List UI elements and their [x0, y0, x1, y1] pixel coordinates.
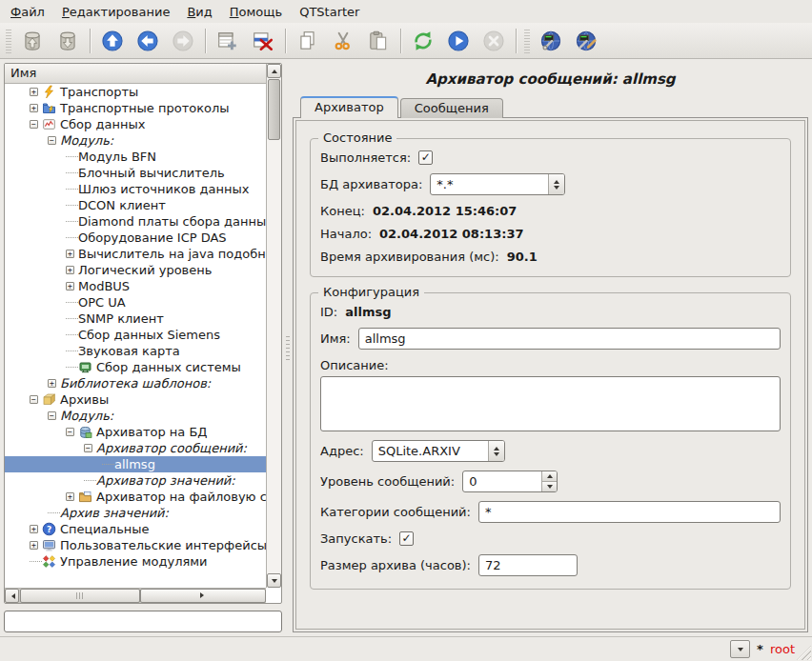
collapse-icon[interactable]: − — [30, 395, 38, 404]
tab-messages[interactable]: Сообщения — [400, 98, 503, 118]
tree-item[interactable]: +Логический уровень — [5, 262, 266, 278]
horizontal-scrollbar-thumb[interactable] — [20, 589, 140, 603]
spin-up-icon[interactable] — [542, 471, 557, 482]
description-textarea[interactable] — [320, 376, 781, 431]
back-button[interactable] — [131, 25, 165, 57]
tree-item[interactable]: Архиватор значений: — [5, 472, 266, 489]
tree-item[interactable]: Сбор данных системы — [5, 359, 266, 375]
tree-item[interactable]: +Вычислитель на java подобном — [5, 246, 266, 262]
menu-edit[interactable]: Редактирование — [55, 3, 176, 21]
tree-item[interactable]: −Сбор данных — [5, 116, 266, 132]
toolbar-drag-handle[interactable] — [6, 29, 11, 53]
tree-item[interactable]: −Архивы — [5, 391, 266, 408]
paste-item-button[interactable] — [361, 25, 396, 57]
spin-down-icon[interactable] — [542, 482, 557, 491]
expand-icon[interactable]: + — [30, 88, 38, 96]
status-user-dropdown[interactable] — [730, 640, 750, 658]
qtcfg-edit-button[interactable] — [569, 25, 603, 57]
collapse-icon[interactable]: − — [66, 428, 74, 436]
menu-help[interactable]: Помощь — [223, 3, 289, 21]
menu-file[interactable]: Файл — [4, 3, 51, 21]
tree-item[interactable]: DCON клиент — [5, 197, 266, 213]
tree-item[interactable]: −Архиватор сообщений: — [5, 440, 266, 456]
save-to-db-button[interactable] — [51, 25, 85, 57]
resize-grip[interactable] — [797, 646, 811, 660]
tree-item-label: Шлюз источников данных — [78, 182, 253, 196]
cut-item-button[interactable] — [326, 25, 360, 57]
refresh-button[interactable] — [406, 25, 440, 57]
tree-filter-input[interactable] — [4, 611, 282, 632]
tree-item[interactable]: +Пользовательские интерфейсы — [5, 537, 266, 553]
scroll-left-icon[interactable] — [5, 589, 19, 603]
menu-view[interactable]: Вид — [180, 3, 218, 21]
tree-item[interactable]: +?Специальные — [5, 521, 266, 537]
tree-connector — [66, 156, 78, 157]
tree-item[interactable]: allmsg — [5, 456, 266, 472]
tree-item[interactable]: Шлюз источников данных — [5, 181, 266, 197]
menu-qtstarter[interactable]: QTStarter — [293, 3, 366, 21]
tree-item[interactable]: +Библиотека шаблонов: — [5, 375, 266, 391]
tree-item[interactable]: +Транспорты — [5, 84, 266, 100]
tree-vertical-scrollbar[interactable] — [266, 64, 281, 588]
expand-icon[interactable]: + — [66, 250, 74, 258]
tree-item[interactable]: +Транспортные протоколы — [5, 100, 266, 116]
tree-item[interactable]: −Модуль: — [5, 408, 266, 424]
refresh-icon — [412, 30, 435, 52]
expand-icon[interactable]: + — [66, 266, 74, 274]
tree-item[interactable]: Сбор данных Siemens — [5, 327, 266, 343]
combobox-arrows-icon[interactable] — [488, 441, 504, 461]
expand-icon[interactable]: + — [30, 525, 38, 533]
tree-item[interactable]: Архив значений: — [5, 505, 266, 521]
scroll-down-icon[interactable] — [267, 573, 281, 588]
collapse-icon[interactable]: − — [48, 411, 56, 420]
address-combobox[interactable]: SQLite.ARXIV — [372, 440, 505, 462]
start-checkbox[interactable]: ✓ — [399, 531, 414, 546]
delete-item-button[interactable] — [246, 25, 280, 57]
running-checkbox[interactable]: ✓ — [418, 150, 433, 165]
toolbar-drag-handle[interactable] — [524, 29, 530, 53]
collapse-icon[interactable]: − — [84, 444, 92, 452]
stop-button[interactable] — [477, 25, 511, 57]
collapse-icon[interactable]: − — [30, 120, 38, 129]
tree-item[interactable]: OPC UA — [5, 294, 266, 310]
message-level-spinbox[interactable]: 0 — [462, 471, 558, 492]
tree-item[interactable]: −Модуль: — [5, 132, 266, 149]
categories-input[interactable] — [478, 501, 781, 523]
expand-icon[interactable]: + — [48, 379, 56, 388]
archive-size-input[interactable] — [478, 554, 578, 576]
qtcfg-config-button[interactable] — [534, 25, 568, 57]
tree-item[interactable]: Управление модулями — [5, 553, 266, 570]
scroll-up-icon[interactable] — [267, 64, 281, 78]
forward-button[interactable] — [166, 25, 200, 57]
expand-icon[interactable]: + — [30, 104, 38, 112]
up-button[interactable] — [95, 25, 130, 57]
tree-item[interactable]: +Архиватор на файловую си — [5, 489, 266, 505]
tab-archiver[interactable]: Архиватор — [300, 96, 398, 118]
tree-item[interactable]: SNMP клиент — [5, 310, 266, 327]
archiver-db-combobox[interactable]: *.* — [430, 173, 565, 195]
page-title: Архиватор сообщений: allmsg — [293, 70, 808, 88]
add-item-button[interactable] — [211, 25, 245, 57]
tree-item[interactable]: Блочный вычислитель — [5, 165, 266, 181]
tree-connector — [66, 302, 78, 303]
scroll-right-icon[interactable] — [140, 589, 266, 603]
combobox-arrows-icon[interactable] — [548, 174, 564, 194]
tree-item[interactable]: Звуковая карта — [5, 343, 266, 359]
tree-item[interactable]: Оборудование ICP DAS — [5, 230, 266, 246]
tree-item[interactable]: +ModBUS — [5, 278, 266, 294]
expand-icon[interactable]: + — [66, 492, 74, 501]
tree-header[interactable]: Имя — [5, 64, 266, 84]
expand-icon[interactable]: + — [66, 282, 74, 290]
start-update-button[interactable] — [441, 25, 476, 57]
load-from-db-button[interactable] — [15, 25, 50, 57]
tree-horizontal-scrollbar[interactable] — [5, 588, 266, 603]
panel-splitter[interactable] — [284, 59, 291, 636]
name-input[interactable] — [358, 328, 781, 350]
collapse-icon[interactable]: − — [48, 136, 56, 145]
expand-icon[interactable]: + — [30, 541, 38, 550]
tree-item[interactable]: −Архиватор на БД — [5, 424, 266, 440]
tree-item[interactable]: Модуль BFN — [5, 149, 266, 165]
tree-item[interactable]: Diamond платы сбора данных — [5, 213, 266, 230]
copy-item-button[interactable] — [291, 25, 325, 57]
vertical-scrollbar-thumb[interactable] — [268, 79, 280, 140]
